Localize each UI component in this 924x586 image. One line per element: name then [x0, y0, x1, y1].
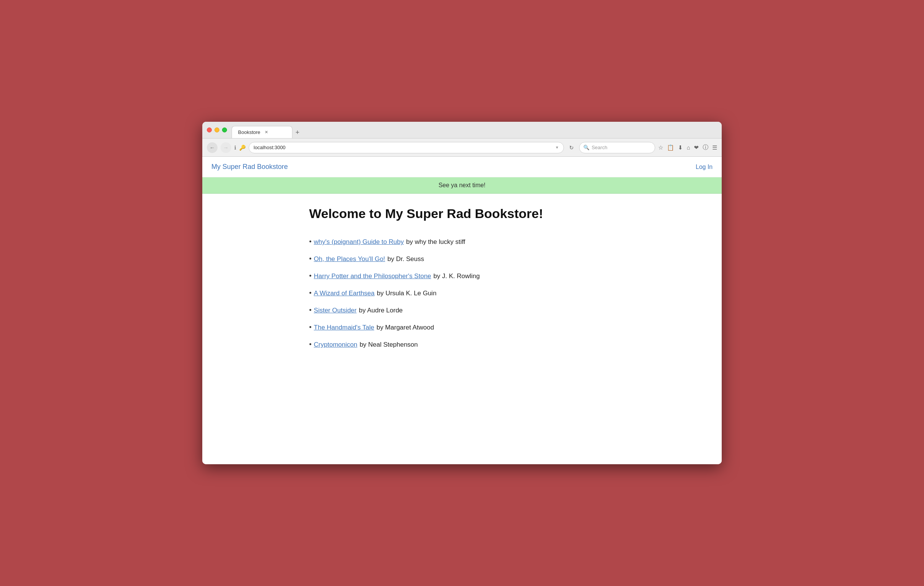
download-icon[interactable]: ⬇: [678, 144, 683, 151]
readinglist-icon[interactable]: 📋: [667, 144, 674, 151]
login-link[interactable]: Log In: [696, 164, 713, 171]
browser-window: Bookstore ✕ + ← → ℹ 🔑 localhost:3000 ▼ ↻…: [202, 122, 722, 464]
info-icon: ℹ: [234, 145, 236, 151]
list-item: why's (poignant) Guide to Ruby by why th…: [309, 233, 615, 250]
search-icon: 🔍: [583, 145, 589, 150]
book-author: by J. K. Rowling: [434, 272, 480, 280]
toolbar-icons: ☆ 📋 ⬇ ⌂ ❤ ⓘ ☰: [658, 144, 717, 151]
tab-bar: Bookstore ✕ +: [231, 122, 717, 138]
list-item: The Handmaid's Tale by Margaret Atwood: [309, 319, 615, 336]
site-title-link[interactable]: My Super Rad Bookstore: [211, 163, 288, 171]
book-author: by Dr. Seuss: [388, 255, 424, 263]
book-list: why's (poignant) Guide to Ruby by why th…: [309, 233, 615, 353]
book-link[interactable]: The Handmaid's Tale: [314, 324, 374, 331]
book-author: by Margaret Atwood: [376, 324, 434, 331]
tab-title: Bookstore: [238, 129, 261, 135]
book-author: by why the lucky stiff: [406, 238, 465, 246]
book-link[interactable]: Harry Potter and the Philosopher's Stone: [314, 272, 431, 280]
reload-button[interactable]: ↻: [567, 143, 576, 152]
search-bar[interactable]: 🔍 Search: [579, 142, 655, 153]
main-content: Welcome to My Super Rad Bookstore! why's…: [291, 194, 633, 364]
book-link[interactable]: A Wizard of Earthsea: [314, 290, 375, 297]
flash-message: See ya next time!: [439, 182, 485, 188]
flash-banner: See ya next time!: [202, 177, 722, 194]
url-bar[interactable]: localhost:3000 ▼: [249, 142, 564, 153]
home-icon[interactable]: ⌂: [687, 144, 690, 151]
book-link[interactable]: why's (poignant) Guide to Ruby: [314, 238, 404, 246]
book-author: by Ursula K. Le Guin: [377, 290, 437, 297]
close-button[interactable]: [207, 127, 212, 132]
bookmark-icon[interactable]: ☆: [658, 144, 663, 151]
help-icon[interactable]: ⓘ: [703, 144, 708, 151]
menu-icon[interactable]: ☰: [712, 144, 717, 151]
book-link[interactable]: Sister Outsider: [314, 307, 356, 314]
traffic-lights: [207, 127, 227, 132]
url-text: localhost:3000: [254, 145, 553, 150]
page-content: My Super Rad Bookstore Log In See ya nex…: [202, 157, 722, 464]
lock-icon: 🔑: [239, 145, 246, 151]
back-button[interactable]: ←: [207, 142, 218, 153]
list-item: Harry Potter and the Philosopher's Stone…: [309, 268, 615, 285]
list-item: Sister Outsider by Audre Lorde: [309, 302, 615, 319]
maximize-button[interactable]: [222, 127, 227, 132]
address-bar: ← → ℹ 🔑 localhost:3000 ▼ ↻ 🔍 Search ☆ 📋 …: [202, 139, 722, 157]
new-tab-button[interactable]: +: [292, 127, 303, 138]
tab-close-icon[interactable]: ✕: [264, 129, 270, 136]
book-link[interactable]: Cryptomonicon: [314, 341, 357, 349]
book-link[interactable]: Oh, the Places You'll Go!: [314, 255, 385, 263]
active-tab[interactable]: Bookstore ✕: [231, 126, 292, 138]
forward-button[interactable]: →: [221, 142, 231, 153]
pocket-icon[interactable]: ❤: [694, 144, 699, 151]
title-bar: Bookstore ✕ +: [202, 122, 722, 139]
search-placeholder: Search: [592, 145, 607, 150]
book-author: by Audre Lorde: [359, 307, 403, 314]
minimize-button[interactable]: [214, 127, 219, 132]
list-item: A Wizard of Earthsea by Ursula K. Le Gui…: [309, 285, 615, 302]
book-author: by Neal Stephenson: [360, 341, 418, 349]
list-item: Cryptomonicon by Neal Stephenson: [309, 336, 615, 353]
page-heading: Welcome to My Super Rad Bookstore!: [309, 205, 615, 222]
url-dropdown-icon: ▼: [555, 146, 559, 149]
site-header: My Super Rad Bookstore Log In: [202, 157, 722, 177]
list-item: Oh, the Places You'll Go! by Dr. Seuss: [309, 250, 615, 268]
